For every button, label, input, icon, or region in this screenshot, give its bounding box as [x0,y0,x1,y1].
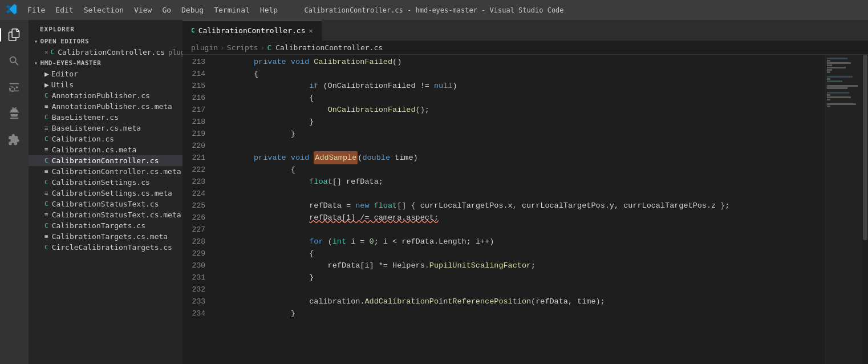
extensions-activity-icon[interactable] [4,130,25,150]
open-editors-section: ▾ OPEN EDITORS ✕ C CalibrationController… [29,36,182,58]
calibration-settings-cs[interactable]: C CalibrationSettings.cs [29,177,182,188]
open-editor-filename: CalibrationController.cs [58,48,165,56]
menu-debug[interactable]: Debug [177,3,208,17]
open-editor-item[interactable]: ✕ C CalibrationController.cs plugin\Scri… [29,47,182,58]
menu-help[interactable]: Help [255,3,282,17]
hmd-label: HMD-EYES-MASTER [40,59,102,67]
underlined-code: refData[1] /= camera.aspect; [309,212,439,224]
activity-bar [0,20,29,364]
code-line-227 [214,224,825,236]
menu-terminal[interactable]: Terminal [209,3,254,17]
ln-226: 226 [182,212,205,224]
ln-234: 234 [182,308,205,319]
minimap[interactable] [825,55,862,364]
debug-activity-icon[interactable] [4,103,25,124]
search-activity-icon[interactable] [4,51,25,71]
line-numbers: 213 214 215 216 217 218 219 220 221 222 … [182,55,214,364]
calibration-targets-cs[interactable]: C CalibrationTargets.cs [29,220,182,231]
annotation-publisher-cs[interactable]: C AnnotationPublisher.cs [29,90,182,101]
calibration-targets-meta[interactable]: ≡ CalibrationTargets.cs.meta [29,231,182,242]
ln-216: 216 [182,92,205,104]
breadcrumb-scripts[interactable]: Scripts [227,43,258,52]
base-listener-meta[interactable]: ≡ BaseListener.cs.meta [29,123,182,134]
source-control-activity-icon[interactable] [4,77,25,98]
window-title: CalibrationController.cs - hmd-eyes-mast… [304,6,563,14]
code-line-226: refData[1] /= camera.aspect; [214,212,825,224]
hmd-chevron: ▾ [34,60,38,66]
type-float2: float [374,200,398,212]
cs-icon: C [44,179,48,186]
menu-selection[interactable]: Selection [79,3,128,17]
ln-225: 225 [182,200,205,212]
file-label: BaseListener.cs [52,113,119,122]
main-container: EXPLORER ▾ OPEN EDITORS ✕ C CalibrationC… [0,20,868,364]
ln-221: 221 [182,152,205,164]
calibration-cs[interactable]: C Calibration.cs [29,134,182,144]
file-label: CalibrationStatusText.cs [52,200,159,208]
meta-icon: ≡ [44,233,48,240]
utils-folder-chevron: ▶ [44,80,49,89]
annotation-publisher-meta[interactable]: ≡ AnnotationPublisher.cs.meta [29,101,182,112]
ln-227: 227 [182,224,205,236]
vertical-scrollbar[interactable] [862,55,868,364]
code-line-213: private void CalibrationFailed () [214,56,825,68]
calibration-controller-meta[interactable]: ≡ CalibrationController.cs.meta [29,166,182,177]
explorer-activity-icon[interactable] [4,25,25,45]
calibration-controller-cs[interactable]: C CalibrationController.cs [29,155,182,166]
menu-view[interactable]: View [129,3,156,17]
code-line-215: if (OnCalibrationFailed != null ) [214,80,825,92]
kw-void: void [291,56,309,68]
calibration-meta[interactable]: ≡ Calibration.cs.meta [29,144,182,155]
file-label: CalibrationController.cs.meta [52,167,181,176]
code-editor[interactable]: 213 214 215 216 217 218 219 220 221 222 … [182,55,868,364]
meta-icon: ≡ [44,189,48,197]
tab-label: CalibrationController.cs [198,26,306,35]
utils-folder[interactable]: ▶ Utils [29,79,182,90]
ln-220: 220 [182,140,205,152]
tab-close-icon[interactable]: ✕ [309,27,313,35]
ln-215: 215 [182,80,205,92]
code-content[interactable]: private void CalibrationFailed () { [214,55,825,364]
kw-private: private [254,56,286,68]
fn-oncalfailed: OnCalibrationFailed [328,104,416,116]
tab-file-icon: C [191,27,195,34]
file-label: CalibrationTargets.cs [52,221,145,230]
menu-go[interactable]: Go [157,3,176,17]
breadcrumb-sep2: › [261,43,265,52]
calibration-settings-meta[interactable]: ≡ CalibrationSettings.cs.meta [29,188,182,199]
menu-edit[interactable]: Edit [51,3,78,17]
menu-bar: File Edit Selection View Go Debug Termin… [6,3,282,17]
base-listener-cs[interactable]: C BaseListener.cs [29,112,182,123]
open-editors-chevron: ▾ [34,38,38,45]
code-line-225: refData = new float [] { currLocalTarget… [214,200,825,212]
code-line-231: } [214,272,825,284]
menu-file[interactable]: File [23,3,50,17]
ln-223: 223 [182,176,205,188]
fn-pupilunit: PupilUnitScalingFactor [429,260,531,272]
ln-233: 233 [182,296,205,308]
file-label: CalibrationStatusText.cs.meta [52,211,181,219]
cs-icon: C [44,135,48,143]
code-line-214: { [214,68,825,80]
active-tab[interactable]: C CalibrationController.cs ✕ [182,20,322,41]
kw-double: double [362,152,390,164]
breadcrumb-plugin[interactable]: plugin [191,43,218,52]
code-line-222: { [214,164,825,176]
calibration-status-text-meta[interactable]: ≡ CalibrationStatusText.cs.meta [29,209,182,220]
breadcrumb-file-icon: C [267,43,271,52]
code-line-221: private void AddSample ( double time) [214,152,825,164]
ln-219: 219 [182,128,205,140]
editor-folder[interactable]: ▶ Editor [29,68,182,79]
circle-calibration-targets-cs[interactable]: C CircleCalibrationTargets.cs [29,242,182,253]
close-file-icon[interactable]: ✕ [44,48,48,56]
ln-218: 218 [182,116,205,128]
meta-icon: ≡ [44,124,48,132]
fn-calibrationfailed: CalibrationFailed [314,56,392,68]
open-editors-header[interactable]: ▾ OPEN EDITORS [29,36,182,47]
type-float: float [309,176,332,188]
ln-224: 224 [182,188,205,200]
file-label: CircleCalibrationTargets.cs [52,243,172,252]
breadcrumb-filename[interactable]: CalibrationController.cs [275,43,383,52]
hmd-eyes-master-header[interactable]: ▾ HMD-EYES-MASTER [29,58,182,68]
calibration-status-text-cs[interactable]: C CalibrationStatusText.cs [29,199,182,209]
